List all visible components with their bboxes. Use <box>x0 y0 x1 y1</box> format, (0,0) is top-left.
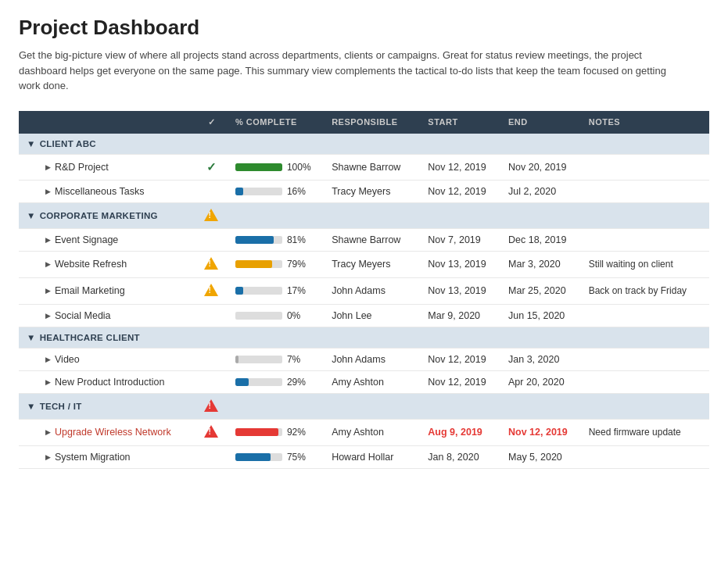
project-name[interactable]: Video <box>55 354 80 365</box>
pct-label: 29% <box>287 377 309 388</box>
row-expand-icon[interactable]: ▶ <box>45 312 51 320</box>
warning-icon <box>204 257 218 270</box>
group-collapse-icon[interactable]: ▼ <box>27 402 36 411</box>
row-name-col: ▶ Event Signage <box>19 228 195 251</box>
progress-bar <box>235 287 282 295</box>
row-check-col <box>195 251 228 277</box>
row-start-col: Nov 12, 2019 <box>420 154 500 180</box>
row-expand-icon[interactable]: ▶ <box>45 287 51 295</box>
table-header-row: ✓ % COMPLETE RESPONSIBLE START END NOTES <box>19 111 709 134</box>
group-pct-cell <box>228 134 324 155</box>
progress-fill <box>235 188 243 195</box>
row-name-col: ▶ Video <box>19 348 195 370</box>
row-expand-icon[interactable]: ▶ <box>45 260 51 268</box>
group-end-cell <box>500 327 581 348</box>
project-name[interactable]: R&D Project <box>55 162 109 173</box>
progress-fill <box>235 378 249 386</box>
project-name-cell: ▶ Event Signage <box>27 234 188 245</box>
progress-fill <box>235 428 278 436</box>
progress-bar-container: 75% <box>235 452 316 463</box>
row-expand-icon[interactable]: ▶ <box>45 188 51 195</box>
row-end-col: Nov 12, 2019 <box>500 419 581 445</box>
row-name-col: ▶ New Product Introduction <box>19 370 195 393</box>
group-pct-cell <box>228 202 324 228</box>
group-check-cell <box>195 327 228 348</box>
group-label: CLIENT ABC <box>40 139 96 148</box>
progress-bar-container: 16% <box>235 186 316 197</box>
project-name[interactable]: Website Refresh <box>55 259 127 270</box>
progress-bar <box>235 428 282 436</box>
group-check-cell <box>195 134 228 155</box>
project-name[interactable]: System Migration <box>55 452 131 463</box>
row-pct-col: 17% <box>228 277 324 304</box>
row-expand-icon[interactable]: ▶ <box>45 453 51 461</box>
group-check-cell <box>195 393 228 419</box>
row-start-col: Aug 9, 2019 <box>420 419 500 445</box>
row-expand-icon[interactable]: ▶ <box>45 356 51 363</box>
group-label: HEALTHCARE CLIENT <box>40 333 140 342</box>
row-expand-icon[interactable]: ▶ <box>45 163 51 171</box>
table-row: ▶ Event Signage 81% Shawne Barrow Nov 7,… <box>19 228 709 251</box>
group-start-cell <box>420 202 500 228</box>
project-name[interactable]: Social Media <box>55 310 111 321</box>
row-check-col: ✓ <box>195 154 228 180</box>
group-end-cell <box>500 393 581 419</box>
group-responsible-cell <box>324 134 420 155</box>
row-end-col: Jun 15, 2020 <box>500 304 581 327</box>
group-responsible-cell <box>324 327 420 348</box>
project-table: ✓ % COMPLETE RESPONSIBLE START END NOTES… <box>19 111 709 469</box>
row-end-col: Jul 2, 2020 <box>500 180 581 202</box>
progress-fill <box>235 453 271 461</box>
row-notes-col: Back on track by Friday <box>581 277 709 304</box>
group-header-corporate-marketing: ▼CORPORATE MARKETING <box>19 202 709 228</box>
row-notes-col <box>581 154 709 180</box>
row-check-col <box>195 180 228 202</box>
row-notes-col <box>581 445 709 468</box>
group-name-cell: ▼CLIENT ABC <box>19 134 195 155</box>
col-responsible: RESPONSIBLE <box>324 111 420 134</box>
row-expand-icon[interactable]: ▶ <box>45 428 51 436</box>
group-responsible-cell <box>324 393 420 419</box>
progress-fill <box>235 236 274 244</box>
row-responsible-col: Amy Ashton <box>324 370 420 393</box>
group-label: TECH / IT <box>40 402 82 411</box>
row-responsible-col: John Lee <box>324 304 420 327</box>
group-notes-cell <box>581 134 709 155</box>
group-notes-cell <box>581 327 709 348</box>
row-name-col: ▶ Social Media <box>19 304 195 327</box>
group-collapse-icon[interactable]: ▼ <box>27 139 36 148</box>
row-expand-icon[interactable]: ▶ <box>45 378 51 386</box>
group-name-cell: ▼CORPORATE MARKETING <box>19 202 195 228</box>
progress-fill <box>235 163 282 171</box>
row-notes-col <box>581 180 709 202</box>
project-name[interactable]: New Product Introduction <box>55 377 164 388</box>
row-pct-col: 75% <box>228 445 324 468</box>
project-name-link[interactable]: Upgrade Wireless Network <box>55 427 171 438</box>
row-responsible-col: John Adams <box>324 277 420 304</box>
row-check-col <box>195 419 228 445</box>
pct-label: 0% <box>287 310 309 321</box>
group-check-cell <box>195 202 228 228</box>
progress-fill <box>235 260 272 268</box>
table-row: ▶ Social Media 0% John Lee Mar 9, 2020 J… <box>19 304 709 327</box>
project-name[interactable]: Email Marketing <box>55 285 125 296</box>
row-expand-icon[interactable]: ▶ <box>45 236 51 244</box>
progress-fill <box>235 287 243 295</box>
progress-bar <box>235 163 282 171</box>
progress-bar-container: 92% <box>235 427 316 438</box>
group-collapse-icon[interactable]: ▼ <box>27 211 36 220</box>
table-row: ▶ Miscellaneous Tasks 16% Tracy Meyers N… <box>19 180 709 202</box>
project-name[interactable]: Event Signage <box>55 234 118 245</box>
row-start-col: Nov 12, 2019 <box>420 180 500 202</box>
row-check-col <box>195 445 228 468</box>
group-start-cell <box>420 134 500 155</box>
group-header-healthcare-client: ▼HEALTHCARE CLIENT <box>19 327 709 348</box>
project-name[interactable]: Miscellaneous Tasks <box>55 186 144 197</box>
project-name-cell: ▶ Email Marketing <box>27 285 188 296</box>
row-name-col: ▶ R&D Project <box>19 154 195 180</box>
group-name-cell: ▼TECH / IT <box>19 393 195 419</box>
group-warning-icon-red <box>204 399 218 412</box>
group-collapse-icon[interactable]: ▼ <box>27 333 36 342</box>
row-responsible-col: Tracy Meyers <box>324 180 420 202</box>
pct-label: 75% <box>287 452 309 463</box>
